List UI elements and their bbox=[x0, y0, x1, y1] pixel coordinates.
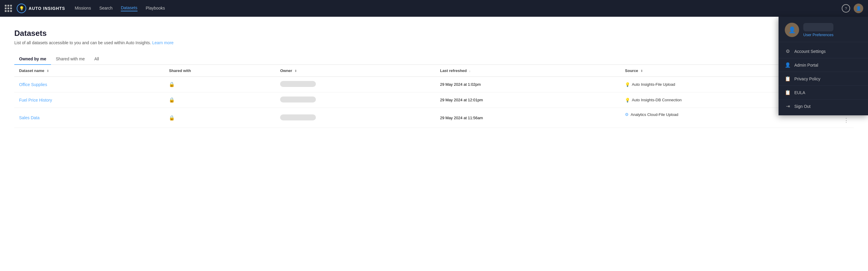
sign-out-label: Sign Out bbox=[794, 104, 810, 109]
datasets-table: Dataset name ⇕ Shared with Owner ⇕ Last … bbox=[14, 65, 854, 128]
row-menu-button[interactable]: ⋮ bbox=[843, 117, 849, 124]
admin-icon: 👤 bbox=[785, 62, 791, 68]
page-description: List of all datasets accessible to you a… bbox=[14, 40, 854, 45]
help-icon: ? bbox=[845, 6, 847, 11]
page-title: Datasets bbox=[14, 29, 854, 38]
sort-icon-name: ⇕ bbox=[46, 69, 49, 73]
user-dropdown-menu: 👤 User Preferences ⚙ Account Settings 👤 … bbox=[778, 17, 868, 115]
owner-placeholder bbox=[280, 81, 316, 87]
source-icon: ⚙ bbox=[625, 112, 629, 117]
user-avatar[interactable]: 👤 bbox=[854, 4, 863, 13]
sign-out-icon: ⇥ bbox=[785, 103, 791, 109]
sort-icon-refreshed: ↓ bbox=[469, 69, 470, 73]
avatar-icon: 👤 bbox=[856, 6, 861, 11]
nav-datasets[interactable]: Datasets bbox=[121, 5, 137, 11]
page-desc-text: List of all datasets accessible to you a… bbox=[14, 40, 151, 45]
last-refreshed-cell: 29 May 2024 at 12:01pm bbox=[435, 92, 620, 108]
last-refreshed-cell: 29 May 2024 at 11:56am bbox=[435, 108, 620, 128]
tab-all[interactable]: All bbox=[90, 53, 104, 65]
privacy-policy-label: Privacy Policy bbox=[794, 77, 820, 81]
dropdown-admin-portal[interactable]: 👤 Admin Portal bbox=[779, 58, 868, 72]
nav-missions[interactable]: Missions bbox=[74, 6, 91, 11]
last-refreshed-cell: 29 May 2024 at 1:02pm bbox=[435, 77, 620, 92]
dataset-link-fuel[interactable]: Fuel Price History bbox=[19, 98, 52, 103]
dataset-tabs: Owned by me Shared with me All 🔍 bbox=[14, 53, 854, 65]
tab-owned-by-me[interactable]: Owned by me bbox=[14, 53, 51, 65]
navbar: 💡 AUTO INSIGHTS Missions Search Datasets… bbox=[0, 0, 868, 17]
account-settings-label: Account Settings bbox=[794, 49, 826, 54]
dataset-link-office[interactable]: Office Supplies bbox=[19, 82, 47, 87]
main-content: Datasets List of all datasets accessible… bbox=[0, 17, 868, 271]
dropdown-header: 👤 User Preferences bbox=[779, 17, 868, 42]
nav-right: ? 👤 bbox=[842, 4, 863, 13]
lock-icon: 🔒 bbox=[169, 98, 175, 103]
eula-icon: 📋 bbox=[785, 90, 791, 95]
document-icon: 📋 bbox=[785, 76, 791, 82]
col-dataset-name[interactable]: Dataset name ⇕ bbox=[14, 65, 164, 77]
admin-portal-label: Admin Portal bbox=[794, 63, 818, 67]
sort-icon-source: ⇕ bbox=[641, 69, 643, 73]
dataset-link-sales[interactable]: Sales Data bbox=[19, 115, 39, 120]
col-owner[interactable]: Owner ⇕ bbox=[275, 65, 435, 77]
help-button[interactable]: ? bbox=[842, 4, 850, 12]
logo-icon: 💡 bbox=[17, 4, 26, 13]
app-logo[interactable]: 💡 AUTO INSIGHTS bbox=[17, 4, 65, 13]
nav-playbooks[interactable]: Playbooks bbox=[146, 6, 165, 11]
eula-label: EULA bbox=[794, 90, 805, 95]
dropdown-items: ⚙ Account Settings 👤 Admin Portal 📋 Priv… bbox=[779, 42, 868, 115]
lock-icon: 🔒 bbox=[169, 82, 175, 87]
dropdown-account-settings[interactable]: ⚙ Account Settings bbox=[779, 45, 868, 58]
nav-search[interactable]: Search bbox=[99, 6, 113, 11]
dropdown-privacy-policy[interactable]: 📋 Privacy Policy bbox=[779, 72, 868, 86]
gear-icon: ⚙ bbox=[785, 48, 791, 54]
owner-placeholder bbox=[280, 97, 316, 103]
lock-icon: 🔒 bbox=[169, 115, 175, 120]
col-last-refreshed[interactable]: Last refreshed ↓ bbox=[435, 65, 620, 77]
source-icon: 💡 bbox=[625, 82, 630, 87]
user-preferences-link[interactable]: User Preferences bbox=[803, 33, 833, 37]
dropdown-avatar-icon: 👤 bbox=[788, 26, 796, 33]
grid-menu-icon[interactable] bbox=[5, 5, 12, 12]
source-text: Auto Insights-DB Connection bbox=[632, 98, 682, 102]
dropdown-avatar: 👤 bbox=[785, 23, 799, 37]
source-text: Auto Insights-File Upload bbox=[632, 82, 675, 87]
learn-more-link[interactable]: Learn more bbox=[152, 40, 174, 45]
sort-icon-owner: ⇕ bbox=[294, 69, 297, 73]
dropdown-username-placeholder bbox=[803, 23, 833, 31]
tab-shared-with-me[interactable]: Shared with me bbox=[51, 53, 90, 65]
col-shared-with: Shared with bbox=[164, 65, 275, 77]
source-icon: 💡 bbox=[625, 98, 630, 103]
dropdown-user-info: User Preferences bbox=[803, 23, 833, 37]
dropdown-sign-out[interactable]: ⇥ Sign Out bbox=[779, 100, 868, 113]
nav-links: Missions Search Datasets Playbooks bbox=[74, 5, 165, 11]
table-row: Sales Data 🔒 29 May 2024 at 11:56am ⚙ An… bbox=[14, 108, 854, 128]
source-text: Analytics Cloud-File Upload bbox=[630, 112, 678, 117]
table-row: Office Supplies 🔒 29 May 2024 at 1:02pm … bbox=[14, 77, 854, 92]
dropdown-eula[interactable]: 📋 EULA bbox=[779, 86, 868, 100]
app-name: AUTO INSIGHTS bbox=[29, 6, 65, 11]
table-row: Fuel Price History 🔒 29 May 2024 at 12:0… bbox=[14, 92, 854, 108]
owner-placeholder bbox=[280, 114, 316, 120]
